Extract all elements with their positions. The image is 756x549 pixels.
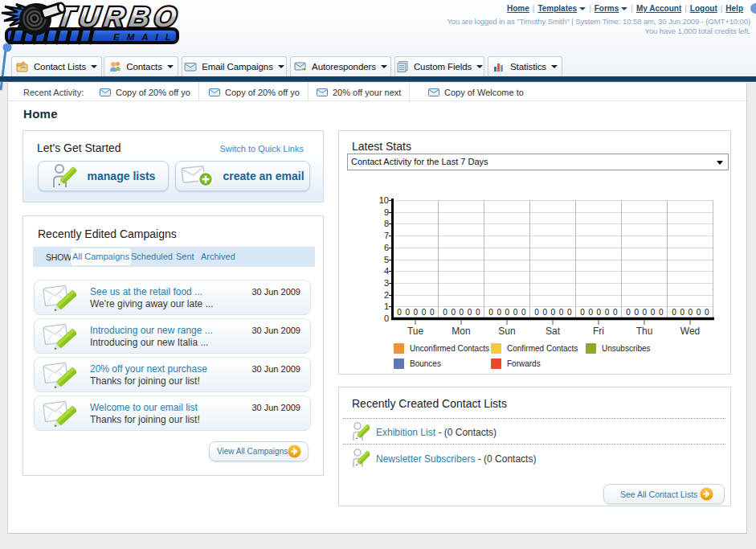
svg-text:0: 0 <box>659 308 664 317</box>
svg-text:0: 0 <box>414 308 419 317</box>
svg-text:0: 0 <box>651 308 656 317</box>
svg-text:0: 0 <box>430 308 435 317</box>
svg-text:2: 2 <box>384 290 389 300</box>
svg-text:Sun: Sun <box>498 326 515 337</box>
svg-text:0: 0 <box>588 308 593 317</box>
svg-text:0: 0 <box>697 308 701 317</box>
svg-text:EMAIL: EMAIL <box>113 32 178 42</box>
svg-text:7: 7 <box>384 231 389 240</box>
svg-text:0: 0 <box>384 313 389 323</box>
svg-text:0: 0 <box>422 308 427 317</box>
svg-text:0: 0 <box>513 308 518 317</box>
svg-text:0: 0 <box>488 308 493 317</box>
svg-text:0: 0 <box>580 308 585 317</box>
svg-text:0: 0 <box>643 308 648 317</box>
svg-text:TURBO: TURBO <box>55 1 183 32</box>
svg-text:Mon: Mon <box>452 326 470 337</box>
svg-text:0: 0 <box>567 308 572 317</box>
svg-text:0: 0 <box>451 308 456 317</box>
svg-text:0: 0 <box>705 308 709 317</box>
svg-text:Wed: Wed <box>680 326 700 337</box>
svg-text:0: 0 <box>551 308 556 317</box>
svg-text:0: 0 <box>626 308 631 317</box>
svg-text:0: 0 <box>542 308 547 317</box>
svg-text:0: 0 <box>460 308 464 317</box>
svg-text:0: 0 <box>505 308 510 317</box>
svg-text:3: 3 <box>384 278 389 288</box>
svg-text:0: 0 <box>497 308 501 317</box>
svg-text:0: 0 <box>521 308 526 317</box>
svg-text:0: 0 <box>672 308 676 317</box>
svg-text:10: 10 <box>379 195 389 205</box>
svg-text:0: 0 <box>534 308 539 317</box>
svg-text:9: 9 <box>384 207 389 217</box>
svg-text:0: 0 <box>689 308 693 317</box>
svg-text:4: 4 <box>384 266 389 276</box>
svg-text:0: 0 <box>397 308 402 317</box>
svg-text:0: 0 <box>468 308 472 317</box>
svg-text:Tue: Tue <box>407 326 424 337</box>
svg-text:8: 8 <box>384 219 389 228</box>
svg-text:0: 0 <box>613 308 618 317</box>
svg-text:0: 0 <box>680 308 684 317</box>
svg-text:Sat: Sat <box>546 326 561 337</box>
svg-text:0: 0 <box>605 308 610 317</box>
svg-text:6: 6 <box>384 243 389 252</box>
svg-text:0: 0 <box>476 308 480 317</box>
svg-text:Fri: Fri <box>593 326 604 337</box>
svg-text:0: 0 <box>597 308 602 317</box>
svg-text:Thu: Thu <box>636 326 653 337</box>
svg-text:1: 1 <box>384 301 389 311</box>
svg-text:5: 5 <box>384 255 389 264</box>
svg-text:0: 0 <box>405 308 410 317</box>
svg-text:0: 0 <box>443 308 447 317</box>
svg-text:0: 0 <box>634 308 639 317</box>
svg-text:0: 0 <box>559 308 564 317</box>
